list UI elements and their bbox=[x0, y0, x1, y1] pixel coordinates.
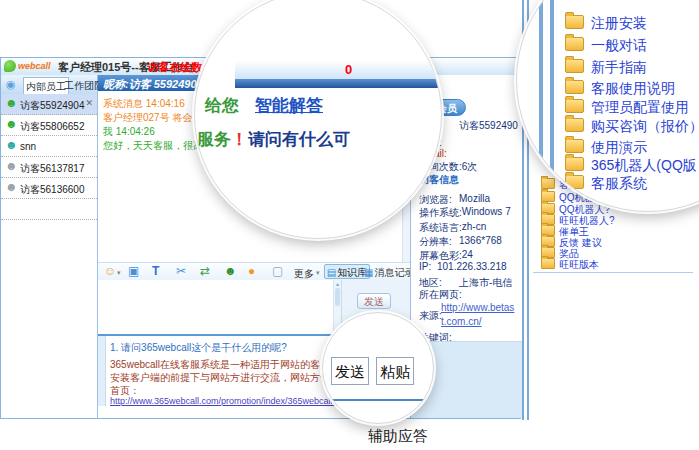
agent-message-meta: 我 14:04:26 bbox=[103, 125, 155, 139]
remote-assist-icon[interactable]: ▢ bbox=[272, 265, 283, 278]
magnified-tree-label: 使用演示 bbox=[591, 139, 647, 155]
more-menu-button[interactable]: 更多 bbox=[294, 267, 314, 281]
magnified-tree-label: 新手指南 bbox=[591, 59, 647, 75]
cut-icon[interactable]: ✂ bbox=[176, 265, 186, 278]
magnified-header-bar bbox=[235, 79, 441, 88]
help-tree-label: 旺旺版本 bbox=[559, 259, 599, 270]
info-label: 系统语言: bbox=[419, 221, 462, 235]
magnified-tree-item: 新手指南 bbox=[565, 59, 647, 77]
magnified-tree-item: 使用演示 bbox=[565, 139, 647, 157]
folder-icon bbox=[565, 118, 584, 132]
folder-icon bbox=[565, 37, 584, 51]
magnified-divider-line bbox=[329, 399, 429, 401]
message-input[interactable] bbox=[98, 280, 334, 334]
message-history-button[interactable]: ▦消息记录 bbox=[364, 266, 414, 280]
info-row: 系统语言:zh-cn bbox=[419, 221, 521, 235]
chat-header-title: 昵称:访客 55924904 bbox=[103, 77, 203, 92]
visitor-name: 访客55924904 bbox=[20, 99, 85, 113]
knowledge-base-label: 知识库 bbox=[337, 267, 367, 278]
info-row: 操作系统:Windows 7 bbox=[419, 206, 521, 220]
visitor-list-item[interactable]: ☻ 访客55806652 bbox=[1, 115, 97, 136]
folder-icon bbox=[565, 139, 584, 153]
source-url-link[interactable]: t.com.cn/ bbox=[441, 316, 482, 327]
kb-question-link[interactable]: 1. 请问365webcall这个是干什么用的呢? bbox=[110, 341, 287, 355]
screen-capture-icon[interactable]: ▣ bbox=[128, 265, 139, 278]
chat-toolbar: ☺ ▾ ▣ T ✂ ⇄ ☻ ● ▢ 更多 ▾ ▤知识库 ▦消息记录 bbox=[98, 262, 410, 282]
magnified-text-blue: 请问有什么可 bbox=[248, 130, 350, 149]
magnified-tree-label: 365机器人(QQ版 bbox=[591, 157, 697, 173]
magnified-text-green: 服务 bbox=[197, 130, 231, 149]
folder-icon bbox=[541, 258, 555, 269]
folder-icon bbox=[541, 178, 555, 189]
invite-agent-icon[interactable]: ☻ bbox=[224, 265, 237, 278]
visitor-avatar-icon: ☻ bbox=[5, 160, 18, 172]
magnified-tree-item: 一般对话 bbox=[565, 37, 647, 55]
magnified-text-green: 给您 bbox=[205, 96, 239, 115]
magnified-paste-button: 粘贴 bbox=[376, 357, 414, 385]
info-row: 分辨率:1366*768 bbox=[419, 235, 521, 249]
magnified-tree-label: 客服使用说明 bbox=[591, 80, 675, 96]
magnifier-circle-assist-reply: 发送 粘贴 bbox=[322, 312, 434, 424]
knowledge-base-icon: ▤ bbox=[327, 267, 336, 278]
folder-icon bbox=[565, 15, 584, 29]
message-history-label: 消息记录 bbox=[374, 267, 414, 278]
send-button[interactable]: 发送 bbox=[357, 293, 391, 309]
source-url-link[interactable]: http://www.betas bbox=[441, 302, 514, 313]
magnified-tree-item: 365机器人(QQ版 bbox=[565, 157, 697, 175]
info-value: 1366*768 bbox=[459, 235, 502, 249]
kb-answer-url-link[interactable]: http://www.365webcall.com/promotion/inde… bbox=[110, 396, 350, 406]
visitor-list-item[interactable]: ☻ 访客56136600 bbox=[1, 178, 97, 199]
font-icon[interactable]: T bbox=[152, 265, 159, 278]
input-scrollbar-thumb[interactable] bbox=[335, 288, 340, 306]
figure-caption: 辅助应答 bbox=[338, 427, 458, 446]
magnified-tree-label: 注册安装 bbox=[591, 15, 647, 31]
file-transfer-icon[interactable]: ⇄ bbox=[200, 265, 210, 278]
info-value: 6次 bbox=[462, 160, 478, 174]
emoticon-icon[interactable]: ☺ bbox=[104, 265, 116, 278]
visitor-list-item[interactable]: ☻ snn bbox=[1, 136, 97, 157]
folder-icon bbox=[565, 80, 584, 94]
chevron-down-icon[interactable]: ▾ bbox=[117, 269, 121, 277]
visitor-name: snn bbox=[20, 141, 36, 152]
magnified-tree-item: 客服使用说明 bbox=[565, 80, 675, 98]
magnified-tree-item: 客服系统 bbox=[565, 175, 647, 193]
info-label: IP: bbox=[419, 261, 437, 272]
folder-icon bbox=[565, 99, 584, 113]
info-row: 所在网页: bbox=[419, 288, 521, 302]
magnified-tree-item: 购买咨询（报价） bbox=[565, 118, 699, 136]
magnified-tree-label: 购买咨询（报价） bbox=[591, 118, 699, 134]
help-tree-item[interactable]: 旺旺版本 bbox=[541, 258, 599, 270]
info-value: 101.226.33.218 bbox=[437, 261, 507, 272]
presence-icon[interactable]: ◉ bbox=[6, 78, 16, 91]
visitor-list-item[interactable]: ☻ 访客56137817 bbox=[1, 157, 97, 178]
magnified-text-red: ！ bbox=[231, 130, 248, 149]
info-value: zh-cn bbox=[462, 221, 486, 235]
visitor-name: 访客55806652 bbox=[20, 120, 85, 134]
visitor-sidebar: ◉ 内部员工 工作团队 ☻ 访客55924904 ✕ ☻ 访客55806652 … bbox=[1, 75, 98, 418]
info-label: 操作系统: bbox=[419, 206, 462, 220]
answer-scrollbar[interactable] bbox=[98, 336, 106, 406]
app-logo-text: webcall bbox=[18, 61, 51, 71]
visitor-list-empty-row bbox=[1, 199, 97, 220]
magnified-tree-label: 管理员配置使用 bbox=[591, 99, 689, 115]
magnified-line-2: 服务！请问有什么可 bbox=[197, 128, 350, 151]
magnified-tree-item: 管理员配置使用 bbox=[565, 99, 689, 117]
shake-icon[interactable]: ● bbox=[248, 265, 255, 278]
source-label: 来源: bbox=[419, 309, 442, 323]
magnifier-circle-smart-answer: 0 给您智能解答 服务！请问有什么可 bbox=[194, 0, 442, 239]
magnified-tree-item: 注册安装 bbox=[565, 15, 647, 33]
smart-answer-link: 智能解答 bbox=[255, 96, 323, 115]
magnified-line-1: 给您智能解答 bbox=[205, 94, 323, 117]
system-message-line: 系统消息 14:04:16 bbox=[103, 97, 185, 111]
screenshot-page: webcall 客户经理015号--客服工作台 访客在线数:4 ◉ 内部员工 工… bbox=[0, 0, 699, 450]
scroll-up-icon[interactable]: ▲ bbox=[334, 281, 341, 287]
system-message-line: 客户经理027号 将会 bbox=[103, 111, 192, 125]
visitor-name: 访客56136600 bbox=[20, 183, 85, 197]
folder-icon bbox=[565, 59, 584, 73]
message-history-icon: ▦ bbox=[364, 267, 373, 278]
chevron-down-icon[interactable]: ▾ bbox=[316, 269, 320, 277]
app-logo-icon bbox=[4, 60, 16, 72]
visitor-list-item[interactable]: ☻ 访客55924904 ✕ bbox=[1, 94, 97, 115]
magnified-tree-label: 一般对话 bbox=[591, 37, 647, 53]
close-icon[interactable]: ✕ bbox=[85, 98, 93, 108]
